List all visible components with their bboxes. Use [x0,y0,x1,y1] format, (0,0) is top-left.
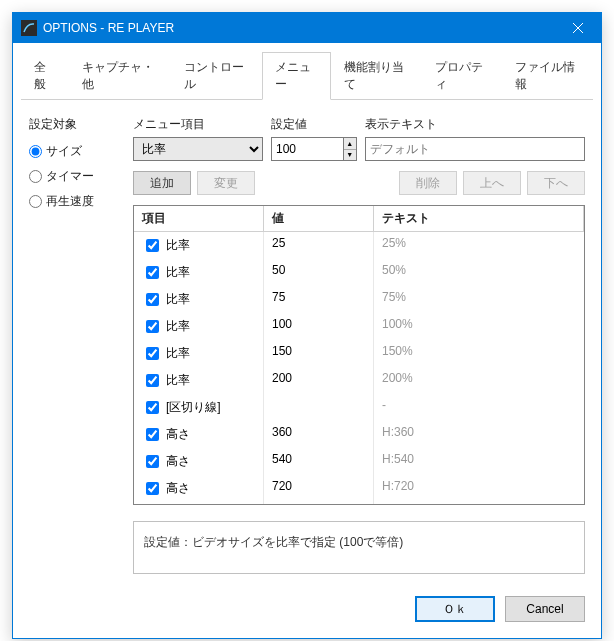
row-value: 540 [264,448,374,475]
row-text: 150% [374,340,584,367]
editor-area: メニュー項目 設定値 表示テキスト 比率 ▲ ▼ [133,116,585,574]
radio-timer[interactable] [29,170,42,183]
tab-general[interactable]: 全般 [21,52,69,100]
row-item-label: 比率 [166,318,190,335]
target-group: 設定対象 サイズ タイマー 再生速度 [29,116,117,574]
menu-item-label: メニュー項目 [133,116,263,133]
change-button[interactable]: 変更 [197,171,255,195]
row-item-label: 比率 [166,345,190,362]
radio-timer-label: タイマー [46,168,94,185]
table-row[interactable]: 比率2525% [134,232,584,259]
row-checkbox[interactable] [146,266,159,279]
table-row[interactable]: 比率200200% [134,367,584,394]
radio-speed-row[interactable]: 再生速度 [29,193,117,210]
row-item-label: 比率 [166,237,190,254]
tab-menu[interactable]: メニュー [262,52,331,100]
display-text-input[interactable] [365,137,585,161]
table-row[interactable]: 高さ720H:720 [134,475,584,502]
row-checkbox[interactable] [146,455,159,468]
spinner-up-icon[interactable]: ▲ [344,138,356,150]
row-item-label: 比率 [166,264,190,281]
radio-size-label: サイズ [46,143,82,160]
row-value: 50 [264,259,374,286]
row-item-label: 比率 [166,372,190,389]
tab-assign[interactable]: 機能割り当て [331,52,422,100]
target-group-label: 設定対象 [29,116,117,133]
svg-rect-0 [21,20,37,36]
row-value [264,394,374,421]
row-value: 150 [264,340,374,367]
row-checkbox[interactable] [146,347,159,360]
table-row[interactable]: 比率100100% [134,313,584,340]
window-title: OPTIONS - RE PLAYER [43,21,555,35]
down-button[interactable]: 下へ [527,171,585,195]
cancel-button[interactable]: Cancel [505,596,585,622]
table-row[interactable]: 高さ540H:540 [134,448,584,475]
table-row[interactable]: 高さ360H:360 [134,421,584,448]
row-item-label: 比率 [166,291,190,308]
row-item-label: 高さ [166,453,190,470]
options-dialog: OPTIONS - RE PLAYER 全般 キャプチャ・他 コントロール メニ… [12,12,602,639]
tab-control[interactable]: コントロール [171,52,262,100]
table-row[interactable]: 比率7575% [134,286,584,313]
row-text: H:900 [374,502,584,505]
row-value: 25 [264,232,374,259]
radio-speed-label: 再生速度 [46,193,94,210]
row-checkbox[interactable] [146,239,159,252]
table-row[interactable]: 比率150150% [134,340,584,367]
close-icon [573,23,583,33]
tab-property[interactable]: プロパティ [422,52,502,100]
table-row[interactable]: 比率5050% [134,259,584,286]
add-button[interactable]: 追加 [133,171,191,195]
tab-capture[interactable]: キャプチャ・他 [69,52,171,100]
up-button[interactable]: 上へ [463,171,521,195]
tab-fileinfo[interactable]: ファイル情報 [502,52,593,100]
row-value: 75 [264,286,374,313]
row-value: 360 [264,421,374,448]
radio-speed[interactable] [29,195,42,208]
grid-header-item[interactable]: 項目 [134,206,264,231]
row-text: H:360 [374,421,584,448]
menu-item-select[interactable]: 比率 [133,137,263,161]
row-checkbox[interactable] [146,293,159,306]
value-label: 設定値 [271,116,357,133]
radio-size-row[interactable]: サイズ [29,143,117,160]
value-spinner[interactable]: ▲ ▼ [344,137,357,161]
items-grid: 項目 値 テキスト 比率2525%比率5050%比率7575%比率100100%… [133,205,585,505]
row-value: 900 [264,502,374,505]
delete-button[interactable]: 削除 [399,171,457,195]
row-text: - [374,394,584,421]
row-text: 25% [374,232,584,259]
row-checkbox[interactable] [146,401,159,414]
row-checkbox[interactable] [146,374,159,387]
tab-strip: 全般 キャプチャ・他 コントロール メニュー 機能割り当て プロパティ ファイル… [21,51,593,100]
grid-header-text[interactable]: テキスト [374,206,584,231]
row-value: 200 [264,367,374,394]
row-value: 100 [264,313,374,340]
app-icon [21,20,37,36]
help-text: 設定値：ビデオサイズを比率で指定 (100で等倍) [133,521,585,574]
row-value: 720 [264,475,374,502]
grid-header-value[interactable]: 値 [264,206,374,231]
table-row[interactable]: 高さ900H:900 [134,502,584,505]
ok-button[interactable]: Ｏｋ [415,596,495,622]
row-item-label: [区切り線] [166,399,221,416]
row-checkbox[interactable] [146,320,159,333]
radio-timer-row[interactable]: タイマー [29,168,117,185]
row-checkbox[interactable] [146,482,159,495]
value-input[interactable] [271,137,344,161]
radio-size[interactable] [29,145,42,158]
row-text: 75% [374,286,584,313]
table-row[interactable]: [区切り線]- [134,394,584,421]
grid-body: 比率2525%比率5050%比率7575%比率100100%比率150150%比… [134,232,584,505]
grid-header: 項目 値 テキスト [134,206,584,232]
row-checkbox[interactable] [146,428,159,441]
row-item-label: 高さ [166,480,190,497]
close-button[interactable] [555,13,601,43]
row-text: 50% [374,259,584,286]
spinner-down-icon[interactable]: ▼ [344,150,356,161]
row-text: H:720 [374,475,584,502]
row-item-label: 高さ [166,426,190,443]
row-text: H:540 [374,448,584,475]
titlebar: OPTIONS - RE PLAYER [13,13,601,43]
